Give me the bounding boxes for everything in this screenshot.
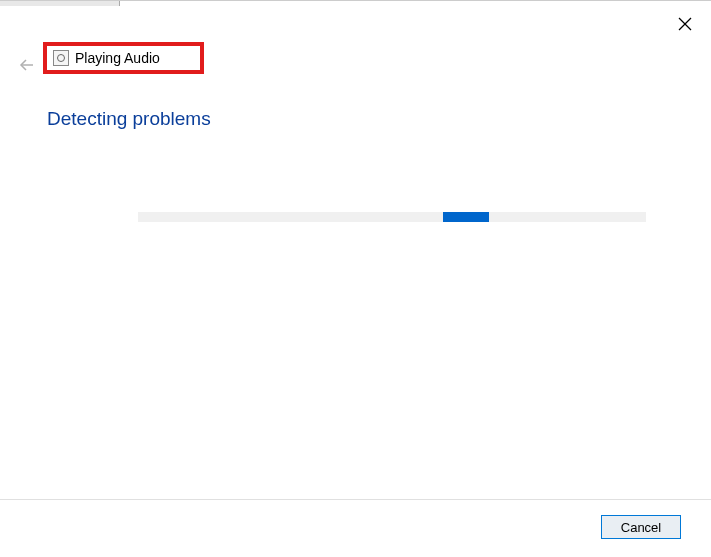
progress-fill bbox=[443, 212, 489, 222]
troubleshooter-icon bbox=[53, 50, 69, 66]
cancel-button[interactable]: Cancel bbox=[601, 515, 681, 539]
progress-bar bbox=[138, 212, 646, 222]
window-top-edge bbox=[0, 0, 711, 5]
troubleshooter-title-highlight: Playing Audio bbox=[43, 42, 204, 74]
close-button[interactable] bbox=[673, 12, 697, 36]
footer-divider bbox=[0, 499, 711, 500]
page-heading: Detecting problems bbox=[47, 108, 211, 130]
window-top-tab-stub bbox=[0, 1, 120, 6]
troubleshooter-title: Playing Audio bbox=[75, 50, 160, 66]
back-arrow-icon bbox=[18, 56, 36, 74]
back-button bbox=[15, 53, 39, 77]
close-icon bbox=[678, 17, 692, 31]
